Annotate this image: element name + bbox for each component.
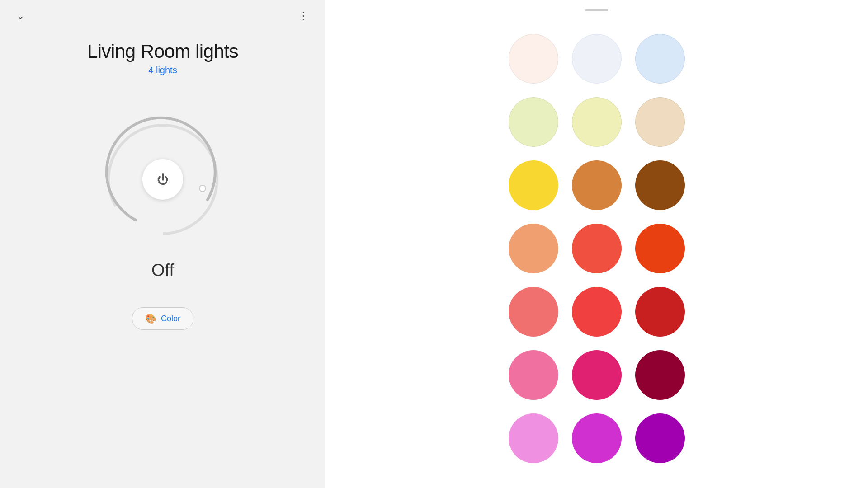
title-section: Living Room lights 4 lights [87,41,238,75]
drag-handle[interactable] [585,9,608,11]
right-panel [326,0,868,488]
color-swatch-light-blue[interactable] [635,34,685,84]
color-swatch-light-magenta[interactable] [509,413,558,463]
color-swatch-light-yellow-green[interactable] [509,97,558,147]
color-palette-icon: 🎨 [145,313,156,324]
svg-point-1 [199,185,206,192]
dial-container: ⏻ [95,112,231,247]
color-button[interactable]: 🎨 Color [132,307,193,330]
top-bar: ⌄ ⋮ [0,0,326,32]
color-swatch-yellow[interactable] [509,160,558,210]
color-swatch-light-pink[interactable] [509,287,558,337]
color-swatch-orange[interactable] [635,224,685,273]
power-icon: ⏻ [157,173,169,187]
color-swatch-pink[interactable] [509,350,558,400]
color-grid [491,25,703,472]
color-swatch-red[interactable] [635,287,685,337]
color-swatch-cream[interactable] [635,97,685,147]
color-swatch-crimson[interactable] [635,350,685,400]
color-swatch-purple[interactable] [635,413,685,463]
color-swatch-peach[interactable] [509,224,558,273]
color-swatch-cool-white[interactable] [572,34,622,84]
power-state-label: Off [151,261,174,280]
power-button[interactable]: ⏻ [142,159,183,200]
more-options-icon[interactable]: ⋮ [298,10,309,22]
color-button-label: Color [161,314,180,324]
chevron-down-icon[interactable]: ⌄ [16,10,24,22]
color-swatch-warm-white[interactable] [509,34,558,84]
left-panel: ⌄ ⋮ Living Room lights 4 lights ⏻ Off 🎨 … [0,0,326,488]
color-swatch-salmon[interactable] [572,224,622,273]
color-swatch-orange-light[interactable] [572,160,622,210]
color-swatch-magenta[interactable] [572,413,622,463]
color-swatch-pale-yellow[interactable] [572,97,622,147]
color-swatch-hot-pink[interactable] [572,350,622,400]
room-title: Living Room lights [87,41,238,62]
color-swatch-brown[interactable] [635,160,685,210]
color-swatch-coral-red[interactable] [572,287,622,337]
lights-count: 4 lights [87,65,238,75]
